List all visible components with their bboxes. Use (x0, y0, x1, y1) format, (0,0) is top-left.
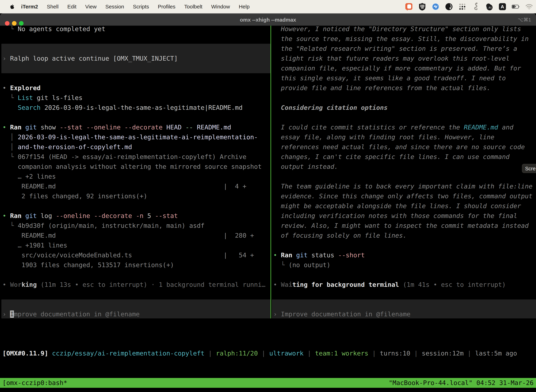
menu-item-session[interactable]: Session (101, 4, 129, 10)
reasoning-line: of focusing solely on file lines. (273, 231, 407, 240)
reasoning-line: review. Also, I might want to inspect th… (273, 221, 529, 231)
menu-item-profiles[interactable]: Profiles (153, 4, 180, 10)
block-cursor: I (10, 311, 14, 318)
tmux-vertical-divider[interactable] (270, 26, 271, 344)
verified-badge-icon[interactable] (431, 3, 440, 11)
reasoning-line: However, I noticed the "Directory Struct… (273, 26, 521, 34)
working-status-line: • Working (11m 13s • esc to interrupt) ·… (2, 280, 266, 289)
screen-share-overlay-button[interactable]: Scre (522, 164, 536, 173)
reasoning-heading-line: Considering citation options (273, 103, 388, 112)
command-output-line: └ 4b9d30f (origin/main, instructkr/main,… (2, 221, 205, 231)
explored-list-line: └ List git ls-files (2, 93, 82, 103)
history-prompt-line: › Ralph loop active continue [OMX_TMUX_I… (2, 54, 178, 63)
keyboard-shield-icon[interactable] (418, 3, 426, 11)
command-output-line: └ 067f154 (HEAD -> essay/ai-reimplementa… (2, 152, 246, 162)
agents-summary-line: └ No agents completed yet (2, 26, 105, 34)
menu-bar-status-icons: ..61 A (405, 0, 533, 13)
reasoning-line: output instead. (273, 162, 338, 172)
command-line: • Ran git log --oneline --decorate -n 5 … (2, 211, 178, 221)
badge-61-label: ..61 (487, 6, 492, 9)
reasoning-line: slight risk that future readers may over… (273, 54, 510, 63)
reasoning-line: companion file, especially if more comme… (273, 63, 521, 73)
menu-item-edit[interactable]: Edit (63, 4, 81, 10)
menu-item-iterm2[interactable]: iTerm2 (16, 4, 42, 10)
command-arg-line: │ 2026-03-09-is-legal-the-same-as-legiti… (2, 132, 258, 142)
hook-squiggle-icon[interactable] (472, 3, 480, 11)
menu-item-shell[interactable]: Shell (42, 4, 63, 10)
command-line: • Ran git status --short (273, 250, 365, 260)
wifi-icon[interactable] (525, 3, 533, 11)
command-output-line: src/voice/voiceModeEnabled.ts | 54 + (2, 250, 254, 260)
command-output-line: 1903 files changed, 513517 insertions(+) (2, 260, 174, 270)
menu-item-toolbelt[interactable]: Toolbelt (180, 4, 207, 10)
tmux-status-bar: [omx-cczip0:bash* "MacBook-Pro-44.local"… (0, 378, 536, 388)
badge-61-icon[interactable]: ..61 (485, 3, 493, 11)
menu-item-view[interactable]: View (81, 4, 101, 10)
input-source-label: A (501, 4, 504, 9)
menu-items: iTerm2ShellEditViewSessionScriptsProfile… (16, 4, 254, 10)
tmux-session-label: [omx-cczip0:bash* (2, 378, 67, 388)
reasoning-line: provide file and line references from th… (273, 83, 490, 93)
macos-menu-bar: iTerm2ShellEditViewSessionScriptsProfile… (0, 0, 536, 13)
reasoning-line: the "Related research writing" section i… (273, 44, 517, 54)
tmux-host-clock-label: "MacBook-Pro-44.local" 04:52 31-Mar-26 (389, 378, 534, 388)
command-output-line: … +1901 lines (2, 240, 67, 250)
prompt-line[interactable]: › Improve documentation in @filename (2, 309, 140, 319)
command-output-line: … +2 lines (2, 172, 56, 182)
left-terminal-pane: └ No agents completed yet› Ralph loop ac… (0, 26, 270, 344)
command-output-line: README.md | 280 + (2, 231, 254, 240)
right-terminal-pane: However, I noticed the "Directory Struct… (271, 26, 536, 344)
command-line: • Ran git show --stat --oneline --decora… (2, 122, 231, 132)
apple-menu-icon[interactable] (10, 4, 14, 9)
window-title-bar: omx --xhigh --madmax ⌥⌘1 (0, 13, 536, 26)
omx-status-pane: [OMX#0.11.9] cczip/essay/ai-reimplementa… (0, 318, 536, 366)
reasoning-line: this single essay, it seems like a good … (273, 73, 506, 83)
reasoning-line: essay file, along with finding root file… (273, 132, 494, 142)
waiting-status-line: • Waiting for background terminal (1m 41… (273, 280, 506, 289)
command-output-line: 2 files changed, 92 insertions(+) (2, 191, 147, 201)
input-source-icon[interactable]: A (498, 3, 507, 11)
prompt-line[interactable]: › Improve documentation in @filename (273, 309, 411, 319)
explored-search-line: Search 2026-03-09-is-legal-the-same-as-l… (2, 103, 243, 112)
menu-item-help[interactable]: Help (234, 4, 254, 10)
explored-header-line: • Explored (2, 83, 41, 93)
reasoning-line: the source tree, missing the essay. Stil… (273, 34, 529, 44)
reasoning-line: changes, I can't cite specific file line… (273, 152, 510, 162)
command-output-line: README.md | 4 + (2, 182, 246, 191)
reasoning-line: might be acceptable alongside the file l… (273, 201, 521, 211)
crescent-app-icon[interactable] (445, 3, 453, 11)
battery-icon[interactable] (512, 3, 520, 11)
dots-grid-icon[interactable] (458, 3, 466, 11)
command-output-line: └ (no output) (273, 260, 330, 270)
reasoning-line: references need actual files, and since … (273, 142, 525, 152)
menu-item-scripts[interactable]: Scripts (129, 4, 153, 10)
window-shortcut-badge: ⌥⌘1 (518, 14, 531, 26)
screen-record-icon[interactable] (405, 3, 413, 11)
window-title: omx --xhigh --madmax (0, 14, 536, 26)
command-arg-line: │ and-the-erosion-of-copyleft.md (2, 142, 132, 152)
omx-status-line: [OMX#0.11.9] cczip/essay/ai-reimplementa… (2, 348, 517, 358)
reasoning-line: The team guideline is to back every impo… (273, 182, 532, 191)
menu-item-window[interactable]: Window (207, 4, 234, 10)
reasoning-line: evidence. Since this change only affects… (273, 191, 532, 201)
command-output-line: companion analysis without altering the … (2, 162, 262, 172)
reasoning-line: including verification notes with those … (273, 211, 517, 221)
reasoning-line: I could cite commit statistics or refere… (273, 122, 513, 132)
